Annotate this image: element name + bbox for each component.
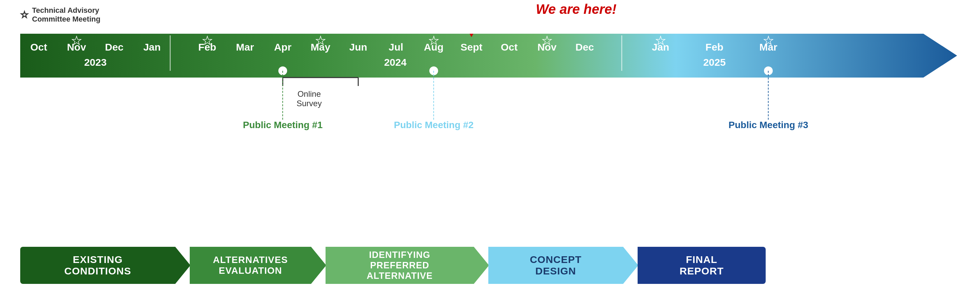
connector-3 xyxy=(474,247,489,284)
connector-4 xyxy=(623,247,638,284)
phase-alternatives-label: AlternativesEvaluation xyxy=(213,254,288,276)
month-dec-2023: Dec xyxy=(105,42,123,53)
month-mar-2024: Mar xyxy=(236,42,254,53)
month-jan-2024: Jan xyxy=(143,42,161,53)
month-sept-2024: Sept xyxy=(460,42,482,53)
legend-label-line1: Technical Advisory xyxy=(32,6,100,15)
year-2023: 2023 xyxy=(84,57,107,68)
year-2024: 2024 xyxy=(384,57,407,68)
page-wrapper: ☆ Technical Advisory Committee Meeting xyxy=(0,0,980,294)
public-meeting-2-container: Public Meeting #2 xyxy=(394,71,474,131)
month-oct-2024: Oct xyxy=(501,42,518,53)
month-jun-2024: Jun xyxy=(349,42,367,53)
phase-concept: ConceptDesign xyxy=(488,247,623,284)
pm3-label: Public Meeting #3 xyxy=(729,120,808,131)
pm2-label: Public Meeting #2 xyxy=(394,120,474,131)
month-oct-2023: Oct xyxy=(30,42,47,53)
pm1-dashed-line xyxy=(282,71,283,120)
star-nov-2024: ★ xyxy=(542,34,552,47)
connector-1 xyxy=(175,247,190,284)
we-are-here-label: We are here! xyxy=(536,2,616,17)
phase-existing: ExistingConditions xyxy=(20,247,175,284)
legend: ☆ Technical Advisory Committee Meeting xyxy=(20,6,100,24)
month-apr-2024: Apr xyxy=(274,42,291,53)
timeline-container: Oct Nov Dec Jan 2023 Feb Mar Apr May Jun… xyxy=(20,34,957,86)
pm1-label: Public Meeting #1 xyxy=(243,120,323,131)
month-feb-2025: Feb xyxy=(705,42,723,53)
star-mar-2025: ★ xyxy=(763,34,773,47)
star-aug-2024: ★ xyxy=(429,34,439,47)
public-meeting-3-container: Public Meeting #3 xyxy=(729,71,808,131)
timeline-svg: Oct Nov Dec Jan 2023 Feb Mar Apr May Jun… xyxy=(20,34,957,86)
legend-star-icon: ☆ xyxy=(20,10,29,19)
public-meeting-1-container: Public Meeting #1 xyxy=(243,71,323,131)
timeline-arrow-shape xyxy=(20,34,957,78)
month-jul-2024: Jul xyxy=(388,42,403,53)
legend-label-line2: Committee Meeting xyxy=(32,15,100,24)
phase-concept-label: ConceptDesign xyxy=(530,254,582,277)
phase-identifying: IdentifyingPreferredAlternative xyxy=(326,247,474,284)
pm2-dashed-line xyxy=(433,71,434,120)
phase-alternatives: AlternativesEvaluation xyxy=(190,247,311,284)
phase-final-label: FinalReport xyxy=(679,254,724,277)
year-2025: 2025 xyxy=(703,57,726,68)
phase-final: FinalReport xyxy=(638,247,766,284)
star-feb-2024: ★ xyxy=(202,34,212,47)
phase-existing-label: ExistingConditions xyxy=(64,254,131,277)
month-dec-2024: Dec xyxy=(575,42,594,53)
we-are-here-text: We are here! xyxy=(536,2,616,16)
phases-row: ExistingConditions AlternativesEvaluatio… xyxy=(20,247,957,284)
phase-identifying-label: IdentifyingPreferredAlternative xyxy=(367,250,433,281)
star-nov-2023: ★ xyxy=(72,34,81,47)
star-jan-2025: ★ xyxy=(655,34,666,47)
pm3-dashed-line xyxy=(768,71,769,120)
star-may-2024: ★ xyxy=(315,34,326,47)
connector-2 xyxy=(311,247,326,284)
